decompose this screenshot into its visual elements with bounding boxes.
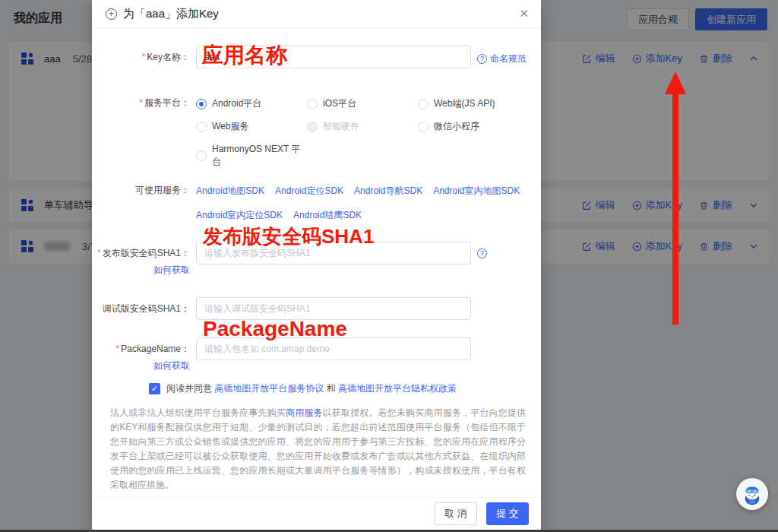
agreement-text: 阅读并同意 高德地图开放平台服务协议 和 高德地图开放平台隐私权政策 bbox=[166, 382, 457, 395]
debug-sha1-input[interactable] bbox=[196, 297, 471, 320]
radio-harmonyos-next[interactable]: HarmonyOS NEXT 平台 bbox=[196, 143, 307, 169]
service-link-track-sdk[interactable]: Android猎鹰SDK bbox=[293, 209, 362, 222]
service-link-navigation-sdk[interactable]: Android导航SDK bbox=[354, 185, 422, 198]
terms-of-service-link[interactable]: 高德地图开放平台服务协议 bbox=[214, 383, 324, 394]
radio-icon bbox=[418, 122, 429, 132]
radio-ios-platform[interactable]: iOS平台 bbox=[307, 97, 418, 110]
close-icon[interactable]: ✕ bbox=[519, 7, 529, 21]
package-name-label: *PackageName： 如何获取 bbox=[92, 337, 196, 372]
package-name-input[interactable] bbox=[196, 337, 471, 360]
release-sha1-label: *发布版安全码SHA1： 如何获取 bbox=[92, 242, 196, 276]
radio-icon bbox=[196, 122, 207, 132]
release-sha1-help[interactable]: ? bbox=[477, 249, 487, 258]
radio-wechat-miniprogram[interactable]: 微信小程序 bbox=[418, 120, 532, 133]
radio-disabled-icon bbox=[307, 122, 318, 132]
key-name-input[interactable] bbox=[196, 46, 471, 68]
radio-web-service[interactable]: Web服务 bbox=[196, 120, 307, 133]
radio-icon bbox=[196, 150, 207, 161]
services-label: 可使用服务： bbox=[92, 179, 196, 196]
radio-checked-icon bbox=[196, 99, 207, 109]
debug-sha1-label: 调试版安全码SHA1： bbox=[92, 297, 196, 315]
radio-web-js-api[interactable]: Web端(JS API) bbox=[418, 97, 532, 110]
add-key-modal: + 为「aaa」添加Key ✕ *Key名称： ? 命名规范 *服务平台： An… bbox=[92, 0, 541, 532]
package-name-howto-link[interactable]: 如何获取 bbox=[92, 360, 190, 372]
service-link-indoor-location-sdk[interactable]: Android室内定位SDK bbox=[196, 209, 283, 222]
platform-label: *服务平台： bbox=[92, 91, 196, 109]
service-link-location-sdk[interactable]: Android定位SDK bbox=[275, 185, 343, 198]
plus-circle-icon: + bbox=[106, 8, 117, 20]
agreement-checkbox[interactable]: ✓ bbox=[149, 383, 160, 394]
help-icon: ? bbox=[477, 249, 487, 258]
service-link-map-sdk[interactable]: Android地图SDK bbox=[196, 185, 264, 198]
radio-android-platform[interactable]: Android平台 bbox=[196, 97, 307, 110]
radio-icon bbox=[418, 99, 429, 109]
penguin-mascot-icon bbox=[739, 481, 765, 507]
release-sha1-input[interactable] bbox=[196, 242, 471, 264]
customer-service-mascot-button[interactable] bbox=[736, 478, 768, 510]
naming-rule-link[interactable]: ? 命名规范 bbox=[477, 52, 527, 65]
privacy-policy-link[interactable]: 高德地图开放平台隐私权政策 bbox=[338, 383, 457, 394]
key-name-label: *Key名称： bbox=[92, 46, 196, 63]
radio-icon bbox=[307, 99, 318, 109]
cancel-button[interactable]: 取 消 bbox=[435, 502, 477, 525]
modal-title: 为「aaa」添加Key bbox=[123, 7, 219, 21]
radio-smart-hardware: 智能硬件 bbox=[307, 120, 418, 133]
submit-button[interactable]: 提 交 bbox=[486, 502, 529, 525]
service-link-indoor-map-sdk[interactable]: Android室内地图SDK bbox=[433, 185, 520, 198]
legal-paragraph-commercial: 法人或非法人组织使用平台服务应事先购买商用服务以获取授权。若您未购买商用服务，平… bbox=[110, 406, 526, 492]
help-icon: ? bbox=[477, 54, 487, 64]
release-sha1-howto-link[interactable]: 如何获取 bbox=[92, 264, 190, 276]
commercial-service-link[interactable]: 商用服务 bbox=[286, 407, 323, 418]
